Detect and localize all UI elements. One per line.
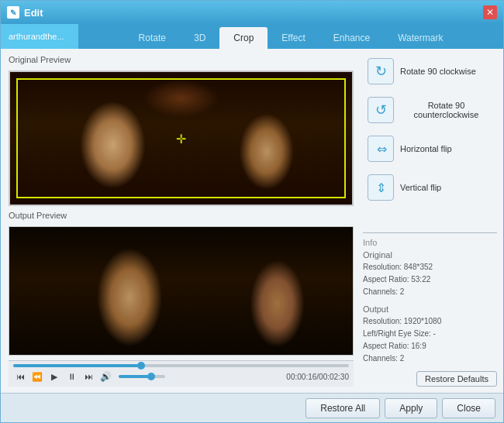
h-flip-icon: ⇔ (368, 136, 394, 162)
original-channels: Channels: 2 (363, 286, 497, 298)
window-title: Edit (24, 7, 483, 19)
output-preview-label: Output Preview (9, 211, 354, 220)
play-back-button[interactable]: ⏪ (30, 370, 44, 383)
original-preview-label: Original Preview (9, 55, 354, 64)
controls-row: ⏮ ⏪ ▶ ⏸ ⏭ 🔊 00:00:16/00:02:30 (13, 370, 349, 383)
volume-fill (119, 375, 151, 378)
output-channels: Channels: 2 (363, 352, 497, 365)
titlebar: ✎ Edit ✕ (1, 1, 503, 24)
file-tab[interactable]: arthurandthe... (1, 24, 78, 49)
left-panel: Original Preview ✛ Output Preview (1, 49, 360, 393)
time-display: 00:00:16/00:02:30 (286, 373, 349, 381)
tab-3d[interactable]: 3D (180, 27, 219, 49)
app-icon: ✎ (7, 6, 19, 19)
right-panel: ↻ Rotate 90 clockwise ↺ Rotate 90 counte… (360, 49, 503, 393)
tab-rotate[interactable]: Rotate (125, 27, 180, 49)
original-aspect: Aspect Ratio: 53:22 (363, 273, 497, 286)
play-button[interactable]: ▶ (47, 370, 61, 383)
output-aspect: Aspect Ratio: 16:9 (363, 340, 497, 352)
tabbar: arthurandthe... Rotate 3D Crop Effect En… (1, 24, 503, 49)
info-title: Info (363, 238, 497, 247)
v-flip-button[interactable]: ⇕ Vertical flip (363, 171, 497, 204)
tab-crop[interactable]: Crop (219, 27, 268, 49)
progress-bar-row (13, 364, 349, 367)
rotate-ccw-icon: ↺ (368, 97, 394, 123)
close-button[interactable]: Close (442, 398, 495, 418)
output-lr-size: Left/Right Eye Size: - (363, 328, 497, 340)
rotate-ccw-button[interactable]: ↺ Rotate 90 counterclockwise (363, 94, 497, 126)
restore-all-button[interactable]: Restore All (306, 398, 380, 418)
info-section: Info Original Resolution: 848*352 Aspect… (363, 232, 497, 387)
output-resolution: Resolution: 1920*1080 (363, 315, 497, 328)
h-flip-button[interactable]: ⇔ Horizontal flip (363, 132, 497, 165)
v-flip-icon: ⇕ (368, 174, 394, 201)
tab-effect[interactable]: Effect (268, 27, 319, 49)
rotate-cw-icon: ↻ (368, 58, 394, 84)
v-flip-label: Vertical flip (400, 183, 441, 192)
original-video-frame (10, 72, 352, 205)
original-info-label: Original (363, 250, 497, 260)
pause-button[interactable]: ⏸ (64, 370, 78, 383)
playback-area: ⏮ ⏪ ▶ ⏸ ⏭ 🔊 00:00:16/00:02:30 (9, 360, 354, 387)
tabs-area: Rotate 3D Crop Effect Enhance Watermark (78, 24, 503, 49)
volume-track[interactable] (119, 375, 165, 378)
skip-back-button[interactable]: ⏮ (13, 370, 27, 383)
skip-fwd-button[interactable]: ⏭ (81, 370, 95, 383)
main-content: Original Preview ✛ Output Preview (1, 49, 503, 393)
rotate-cw-label: Rotate 90 clockwise (400, 67, 476, 76)
progress-thumb (137, 362, 145, 370)
h-flip-label: Horizontal flip (400, 144, 452, 153)
output-info-label: Output (363, 304, 497, 314)
rotate-ccw-label: Rotate 90 counterclockwise (400, 101, 492, 119)
volume-icon: 🔊 (98, 370, 112, 383)
rotate-cw-button[interactable]: ↻ Rotate 90 clockwise (363, 55, 497, 88)
apply-button[interactable]: Apply (385, 398, 437, 418)
tab-watermark[interactable]: Watermark (384, 27, 457, 49)
output-info-group: Output Resolution: 1920*1080 Left/Right … (363, 304, 497, 365)
original-resolution: Resolution: 848*352 (363, 261, 497, 273)
progress-fill (13, 364, 141, 367)
progress-track[interactable] (13, 364, 349, 367)
volume-thumb (147, 373, 155, 380)
close-icon[interactable]: ✕ (483, 5, 497, 19)
original-preview-box: ✛ (9, 70, 354, 206)
output-preview-box (9, 226, 354, 356)
output-video-frame (9, 227, 353, 355)
rotate-controls: ↻ Rotate 90 clockwise ↺ Rotate 90 counte… (363, 55, 497, 229)
restore-defaults-button[interactable]: Restore Defaults (416, 371, 497, 387)
scene-original (10, 72, 352, 205)
original-info-group: Original Resolution: 848*352 Aspect Rati… (363, 250, 497, 298)
tab-enhance[interactable]: Enhance (319, 27, 384, 49)
edit-window: ✎ Edit ✕ arthurandthe... Rotate 3D Crop … (0, 0, 504, 423)
file-tab-label: arthurandthe... (9, 32, 64, 41)
bottom-bar: Restore All Apply Close (1, 393, 503, 422)
